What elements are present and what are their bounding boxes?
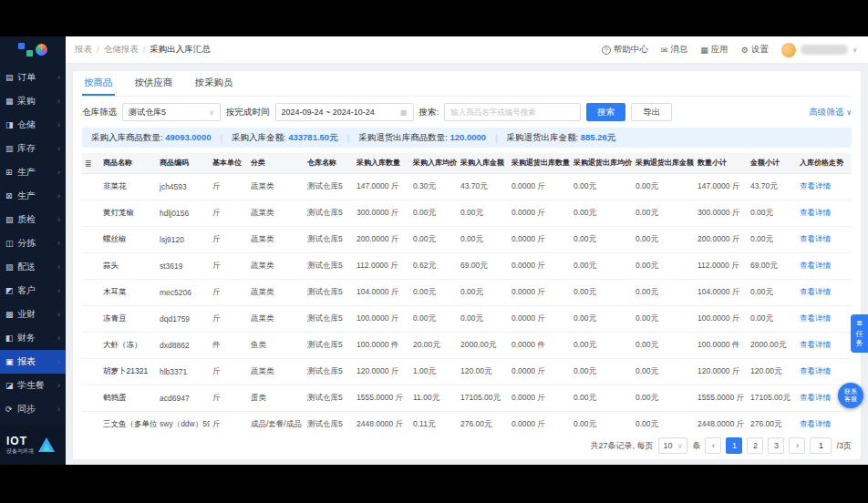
cell: 276.00元 xyxy=(458,411,509,432)
task-float-button[interactable]: ≣ 任务 xyxy=(851,314,868,353)
cell: 0.62元 xyxy=(410,252,458,279)
cell: 斤 xyxy=(210,385,248,411)
row-indent xyxy=(82,252,100,279)
cell: 测试仓库5 xyxy=(305,226,354,252)
tab-按采购员[interactable]: 按采购员 xyxy=(193,71,235,96)
settings-button[interactable]: ⚙设置 xyxy=(741,44,769,56)
view-detail-link[interactable]: 查看详情 xyxy=(800,340,831,349)
view-detail-link[interactable]: 查看详情 xyxy=(800,234,831,243)
cell: 0.00元 xyxy=(633,252,695,279)
cell: 0.00元 xyxy=(633,226,695,252)
sidebar-item-配送[interactable]: ▨配送› xyxy=(0,255,66,279)
user-name xyxy=(801,45,848,55)
sidebar-item-分拣[interactable]: ◫分拣› xyxy=(0,231,66,255)
apps-label: 应用 xyxy=(711,44,728,56)
breadcrumb-item[interactable]: 报表 xyxy=(75,44,92,56)
cell: 测试仓库5 xyxy=(305,173,354,200)
cell: hlb3371 xyxy=(157,358,210,385)
cell: dqd1759 xyxy=(157,305,210,332)
menu-item-label: 报表 xyxy=(17,355,57,368)
menu-item-icon: ▦ xyxy=(5,97,17,106)
prev-page-button[interactable]: ‹ xyxy=(705,437,721,454)
chevron-down-icon: ∨ xyxy=(677,442,683,450)
view-detail-link[interactable]: 查看详情 xyxy=(800,287,831,296)
cell: 木耳菜 xyxy=(100,279,157,305)
view-detail-link[interactable]: 查看详情 xyxy=(800,393,831,402)
menu-item-label: 生产 xyxy=(17,190,57,202)
sidebar-item-客户[interactable]: ◩客户› xyxy=(0,279,66,303)
search-button[interactable]: 搜索 xyxy=(586,103,625,121)
messages-button[interactable]: ✉消息 xyxy=(661,44,688,56)
row-indent xyxy=(82,385,100,411)
sidebar-item-采购[interactable]: ▦采购› xyxy=(0,89,66,113)
iot-logo: IOT 设备与环境 xyxy=(0,425,66,465)
sidebar-item-学生餐[interactable]: ◪学生餐› xyxy=(0,374,66,397)
customer-service-float-button[interactable]: 联系客服 xyxy=(838,383,863,408)
view-detail-link[interactable]: 查看详情 xyxy=(800,419,831,428)
tab-按商品[interactable]: 按商品 xyxy=(82,71,115,96)
warehouse-select[interactable]: 测试仓库5 ∨ xyxy=(122,103,221,121)
export-button[interactable]: 导出 xyxy=(631,103,672,121)
sidebar-item-质检[interactable]: ▧质检› xyxy=(0,208,66,231)
sidebar-item-库存[interactable]: ▥库存› xyxy=(0,137,66,160)
next-page-button[interactable]: › xyxy=(789,437,805,454)
chevron-right-icon: › xyxy=(57,144,60,153)
view-detail-link[interactable]: 查看详情 xyxy=(800,181,831,190)
sidebar-item-同步[interactable]: ⟳同步› xyxy=(0,397,66,421)
menu-item-label: 仓储 xyxy=(17,118,57,131)
table-row: 蒜头st3619斤蔬菜类测试仓库5112.0000 斤0.62元69.00元0.… xyxy=(82,252,852,279)
sidebar-item-生产[interactable]: ⊠生产› xyxy=(0,184,66,208)
tab-按供应商[interactable]: 按供应商 xyxy=(133,71,175,96)
column-settings-icon[interactable]: ≣ xyxy=(85,159,92,168)
cell: 1555.0000 斤 xyxy=(354,385,410,411)
avatar xyxy=(781,43,796,57)
record-count-label: 共27条记录, 每页 xyxy=(591,440,654,452)
apps-button[interactable]: ▦应用 xyxy=(700,44,728,56)
page-jump-input[interactable] xyxy=(810,437,832,454)
help-center-button[interactable]: ?帮助中心 xyxy=(602,44,648,56)
pagination: 共27条记录, 每页 10 ∨ 条 ‹ 123 › /3页 xyxy=(82,432,852,459)
column-header: 基本单位 xyxy=(210,153,248,173)
page-button-3[interactable]: 3 xyxy=(768,437,784,454)
cell: 69.00元 xyxy=(458,252,509,279)
cell: 0.00元 xyxy=(633,279,695,305)
cell: 120.0000 斤 xyxy=(354,358,410,385)
cell: 测试仓库5 xyxy=(305,305,354,332)
page-button-1[interactable]: 1 xyxy=(726,437,742,454)
cell: 0.00元 xyxy=(633,411,695,432)
advanced-filter-link[interactable]: 高级筛选 ∨ xyxy=(809,107,852,118)
cell: 大虾（冻） xyxy=(100,332,157,358)
view-detail-link[interactable]: 查看详情 xyxy=(800,261,831,270)
table-row: 韭菜花jch4593斤蔬菜类测试仓库5147.0000 斤0.30元43.70元… xyxy=(82,173,852,200)
cell: 斤 xyxy=(210,200,248,226)
chevron-right-icon: › xyxy=(57,239,60,248)
logo-swirl-icon xyxy=(36,44,47,56)
chevron-right-icon: › xyxy=(57,262,60,272)
sidebar-item-生产[interactable]: ⊞生产› xyxy=(0,160,66,184)
view-detail-link[interactable]: 查看详情 xyxy=(800,366,831,375)
menu-item-icon: ◧ xyxy=(5,334,17,343)
cell: 0.0000 斤 xyxy=(509,252,571,279)
user-menu[interactable]: ∨ xyxy=(781,43,857,57)
topbar: 报表/仓储报表/采购出入库汇总 ?帮助中心✉消息▦应用⚙设置 ∨ xyxy=(0,36,868,64)
cell: 0.00元 xyxy=(458,226,509,252)
date-range-picker[interactable]: 2024-09-24 ~ 2024-10-24 ▦ xyxy=(275,103,414,121)
sidebar-item-订单[interactable]: ▤订单› xyxy=(0,66,66,89)
sidebar-item-报表[interactable]: ▣报表› xyxy=(0,350,66,374)
breadcrumb-item[interactable]: 仓储报表 xyxy=(104,44,139,56)
page-total-label: /3页 xyxy=(836,440,852,452)
view-detail-link[interactable]: 查看详情 xyxy=(800,313,831,323)
tabs: 按商品按供应商按采购员 xyxy=(82,71,852,97)
cell: dxd8862 xyxy=(157,332,210,358)
search-input[interactable] xyxy=(444,103,581,121)
page-size-select[interactable]: 10 ∨ xyxy=(658,437,688,454)
page-button-2[interactable]: 2 xyxy=(747,437,763,454)
view-detail-link[interactable]: 查看详情 xyxy=(800,208,831,217)
sidebar-item-仓储[interactable]: ◨仓储› xyxy=(0,113,66,137)
sidebar-item-业财[interactable]: ▩业财› xyxy=(0,303,66,326)
summary-separator: | xyxy=(220,133,222,143)
iot-triangle-icon xyxy=(38,437,55,452)
sidebar-item-财务[interactable]: ◧财务› xyxy=(0,326,66,350)
cell: 测试仓库5 xyxy=(305,411,354,432)
cell: 0.30元 xyxy=(410,173,458,200)
